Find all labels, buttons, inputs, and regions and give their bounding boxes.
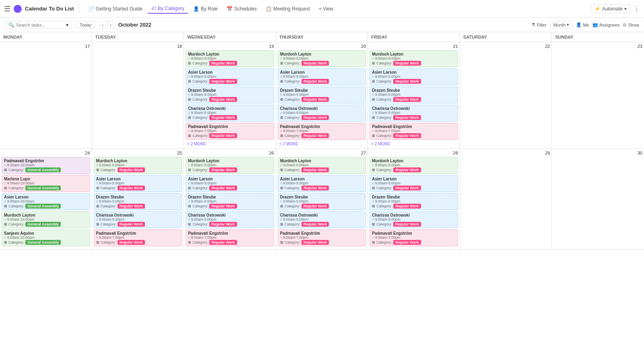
event-card[interactable]: Murdoch Layton ○ 9:00am-5:00pm ⊞ Categor… [369,50,458,67]
event-card[interactable]: Charissa Ostrowski ○ 9:00am-5:00pm ⊞ Cat… [278,211,366,228]
event-name: Drazen Steube [96,195,180,199]
event-card[interactable]: Padmavati Engström ○ 9:00am-10:00am ⊞ Ca… [2,157,90,174]
category-label: Category: [376,116,392,120]
event-time: ○ 9:00am-5:00pm [280,217,364,221]
grid-icon: ⊞ [280,222,283,226]
event-card[interactable]: Asier Larson ○ 9:00am-5:00pm ⊞ Category:… [369,68,458,85]
event-card[interactable]: Murdoch Layton ○ 9:00am-5:00pm ⊞ Categor… [278,50,366,67]
hamburger-icon[interactable]: ☰ [4,4,10,13]
more-events-link[interactable]: + 2 MORE [278,141,366,147]
show-button[interactable]: ◎ Show [623,22,639,27]
filter-button[interactable]: ⚗ Filter [531,22,546,27]
event-card[interactable]: Charissa Ostrowski ○ 9:00am-5:00pm ⊞ Cat… [186,105,274,122]
day-num-19: 19 [186,44,274,49]
event-card[interactable]: Asier Larson ○ 9:00am-5:00pm ⊞ Category:… [186,68,274,85]
day-headers: Monday Tuesday Wednesday Thursday Friday… [0,32,644,42]
event-card[interactable]: Drazen Steube ○ 9:00am-5:00pm ⊞ Category… [94,193,182,210]
event-card[interactable]: Asier Larson ○ 9:00am-5:00pm ⊞ Category:… [94,175,182,192]
event-card[interactable]: Asier Larson ○ 9:00am-10:00am ⊞ Category… [2,193,90,210]
category-label: Category: [285,222,300,226]
me-button[interactable]: 👤 Me [576,22,589,27]
event-card[interactable]: Drazen Steube ○ 9:00am-5:00pm ⊞ Category… [278,87,366,103]
grid-icon: ⊞ [372,97,375,101]
automate-button[interactable]: ⚡ Automate ▾ [591,4,630,13]
event-card[interactable]: Murdoch Layton ○ 9:00am-10:00am ⊞ Catego… [2,211,90,228]
event-card[interactable]: Padmavati Engström ○ 9:00am-7:00pm ⊞ Cat… [278,123,366,140]
event-category: ⊞ Category: General Assembly [4,240,88,245]
category-label: Category: [285,116,300,120]
event-time: ○ 9:00am-7:00pm [96,236,180,240]
more-events-link[interactable]: + 2 MORE [186,141,274,147]
grid-icon: ⊞ [4,204,7,208]
assignees-button[interactable]: 👥 Assignees [592,22,620,27]
event-card[interactable]: Charissa Ostrowski ○ 9:00am-5:00pm ⊞ Cat… [369,105,458,122]
event-category: ⊞ Category: Regular Work [280,79,364,84]
header-tuesday: Tuesday [92,32,184,42]
event-card[interactable]: Asier Larson ○ 9:00am-5:00pm ⊞ Category:… [278,68,366,85]
tab-meeting-request[interactable]: 📋 Meeting Request [262,4,314,13]
event-card[interactable]: Padmavati Engström ○ 9:00am-7:00pm ⊞ Cat… [186,229,274,246]
share-button[interactable]: ⋮ [634,5,640,12]
category-label: Category: [101,186,116,190]
event-name: Padmavati Engström [280,231,364,236]
event-card[interactable]: Asier Larson ○ 9:00am-5:00pm ⊞ Category:… [186,175,274,192]
event-card[interactable]: Padmavati Engström ○ 9:00am-7:00pm ⊞ Cat… [369,123,458,140]
month-view-button[interactable]: Month ▾ [550,21,573,29]
clock-icon: ○ [280,181,282,185]
search-icon: 🔍 [8,22,14,28]
event-card[interactable]: Charissa Ostrowski ○ 9:00am-5:00pm ⊞ Cat… [278,105,366,122]
grid-icon: ⊞ [280,97,283,101]
today-button[interactable]: Today [76,21,95,29]
event-card[interactable]: Drazen Steube ○ 9:00am-5:00pm ⊞ Category… [278,193,366,210]
search-input[interactable] [16,23,64,27]
category-label: Category: [376,168,392,172]
event-card[interactable]: Drazen Steube ○ 9:00am-5:00pm ⊞ Category… [369,87,458,103]
tab-getting-started[interactable]: 📄 Getting Started Guide [84,4,147,13]
event-card[interactable]: Drazen Steube ○ 9:00am-5:00pm ⊞ Category… [369,193,458,210]
event-card[interactable]: Marlene Lupo ○ 9:00am-10:00am ⊞ Category… [2,175,90,192]
event-card[interactable]: Murdoch Layton ○ 9:00am-5:00pm ⊞ Categor… [94,157,182,174]
event-name: Drazen Steube [188,88,272,93]
next-month-button[interactable]: › [107,21,114,29]
automate-icon: ⚡ [594,6,601,12]
event-card[interactable]: Drazen Steube ○ 9:00am-5:00pm ⊞ Category… [186,193,274,210]
event-category: ⊞ Category: Regular Work [96,240,180,245]
more-events-link[interactable]: + 2 MORE [369,141,458,147]
clock-icon: ○ [188,129,190,133]
tab-by-role[interactable]: 👤 By Role [189,4,222,13]
event-time: ○ 9:00am-5:00pm [188,181,272,185]
month-display: October 2022 [118,22,151,28]
event-category: ⊞ Category: Regular Work [188,133,272,138]
event-card[interactable]: Asier Larson ○ 9:00am-5:00pm ⊞ Category:… [369,175,458,192]
header-friday: Friday [368,32,460,42]
grid-icon: ⊞ [188,134,191,138]
category-badge: Regular Work [393,167,421,172]
event-card[interactable]: Asier Larson ○ 9:00am-5:00pm ⊞ Category:… [278,175,366,192]
clock-icon: ○ [372,111,374,115]
event-card[interactable]: Padmavati Engström ○ 9:00am-7:00pm ⊞ Cat… [369,229,458,246]
prev-month-button[interactable]: ‹ [99,21,106,29]
event-card[interactable]: Charissa Ostrowski ○ 9:00am-5:00pm ⊞ Cat… [369,211,458,228]
event-card[interactable]: Murdoch Layton ○ 9:00am-5:00pm ⊞ Categor… [369,157,458,174]
event-card[interactable]: Padmavati Engström ○ 9:00am-7:00pm ⊞ Cat… [186,123,274,140]
event-card[interactable]: Murdoch Layton ○ 9:00am-5:00pm ⊞ Categor… [186,157,274,174]
tab-add-view[interactable]: + View [315,4,337,13]
grid-icon: ⊞ [280,61,283,65]
event-card[interactable]: Murdoch Layton ○ 9:00am-5:00pm ⊞ Categor… [186,50,274,67]
event-card[interactable]: Drazen Steube ○ 9:00am-5:00pm ⊞ Category… [186,87,274,103]
day-25: 25 Murdoch Layton ○ 9:00am-5:00pm ⊞ Cate… [92,149,184,249]
grid-icon: ⊞ [372,168,375,172]
event-card[interactable]: Charissa Ostrowski ○ 9:00am-5:00pm ⊞ Cat… [94,211,182,228]
nav-tabs: 📄 Getting Started Guide 🏷 By Category 👤 … [84,4,588,14]
tab-by-category[interactable]: 🏷 By Category [147,4,188,14]
event-card[interactable]: Charissa Ostrowski ○ 9:00am-5:00pm ⊞ Cat… [186,211,274,228]
tab-schedules[interactable]: 📅 Schedules [223,4,261,13]
header-thursday: Thursday [276,32,368,42]
event-category: ⊞ Category: Regular Work [188,240,272,245]
day-30: 30 [552,149,644,249]
search-box[interactable]: 🔍 ▾ [5,21,72,29]
event-card[interactable]: Sanjeev Aquino ○ 9:00am-10:00am ⊞ Catego… [2,229,90,246]
event-card[interactable]: Padmavati Engström ○ 9:00am-7:00pm ⊞ Cat… [278,229,366,246]
event-card[interactable]: Murdoch Layton ○ 9:00am-5:00pm ⊞ Categor… [278,157,366,174]
event-card[interactable]: Padmavati Engström ○ 9:00am-7:00pm ⊞ Cat… [94,229,182,246]
